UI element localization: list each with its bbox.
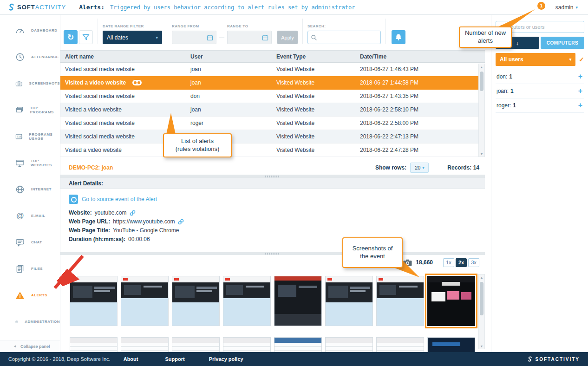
check-icon[interactable]: ✓ [579, 56, 584, 63]
selected-computer-label: DEMO-PC2: joan [69, 164, 113, 171]
screenshot-thumbnail[interactable] [70, 276, 118, 326]
callout-new-alerts: Number of new alerts [459, 26, 512, 48]
screenshots-grid [60, 270, 478, 352]
range-from-input[interactable] [172, 31, 216, 44]
link-icon[interactable] [178, 219, 184, 225]
about-link[interactable]: About [124, 356, 138, 362]
sidebar-item-alerts[interactable]: ALERTS [0, 282, 60, 308]
refresh-button[interactable]: ↻ [64, 30, 78, 44]
go-to-source-link[interactable]: Go to source event of the Alert [69, 195, 485, 204]
privacy-policy-link[interactable]: Privacy policy [209, 356, 243, 362]
table-row[interactable]: Visited social media website Visited Web… [60, 130, 478, 144]
screenshot-thumbnail[interactable] [172, 337, 220, 352]
sidebar-item-top-programs[interactable]: TOP PROGRAMS [0, 97, 60, 123]
sidebar-item-files[interactable]: FILES [0, 255, 60, 282]
scrollbar-thumb[interactable] [480, 72, 483, 91]
sidebar-item-screenshots[interactable]: SCREENSHOTS [0, 70, 60, 97]
sidebar-item-top-websites[interactable]: TOP WEBSITES [0, 150, 60, 176]
screenshot-thumbnail[interactable] [376, 276, 424, 326]
table-row[interactable]: Visited social media website roger Visit… [60, 117, 478, 130]
range-from-label: RANGE FROM [172, 24, 216, 28]
column-alert-name[interactable]: Alert name [60, 53, 186, 60]
screenshot-thumbnail[interactable] [325, 337, 373, 352]
screenshot-thumbnail[interactable] [376, 337, 424, 352]
zoom-1x-button[interactable]: 1x [443, 258, 454, 267]
sidebar-item-email[interactable]: @ E-MAIL [0, 203, 60, 229]
table-row-selected[interactable]: Visited a video website joan Visited Web… [60, 76, 478, 90]
table-scrollbar[interactable]: ▲ ▼ [478, 64, 485, 157]
screenshot-thumbnail[interactable] [223, 276, 271, 326]
support-link[interactable]: Support [165, 356, 184, 362]
screenshot-thumbnail[interactable] [70, 337, 118, 352]
screenshot-thumbnail[interactable] [121, 276, 169, 326]
sidebar-item-programs-usage[interactable]: 0101 PROGRAMS USAGE [0, 123, 60, 150]
range-to-input[interactable] [227, 31, 272, 44]
table-row[interactable]: Visited social media website joan Visite… [60, 63, 478, 76]
plus-icon[interactable]: + [578, 101, 582, 110]
screenshots-scrollbar[interactable]: ▲ ▼ [478, 274, 485, 349]
sidebar-item-chat[interactable]: CHAT [0, 229, 60, 255]
column-datetime[interactable]: Date/Time [355, 53, 485, 60]
screenshot-thumbnail[interactable] [223, 337, 271, 352]
alerts-config-button[interactable] [392, 30, 405, 44]
screenshots-count: 18,660 [416, 259, 433, 266]
plus-icon[interactable]: + [578, 87, 582, 95]
sidebar-item-administration[interactable]: ADMINISTRATION [0, 308, 60, 335]
range-to-label: RANGE TO [227, 24, 272, 28]
computers-button[interactable]: COMPUTERS [541, 37, 584, 49]
search-input[interactable] [307, 31, 381, 44]
users-list: don:1 + joan:1 + roger:1 + [496, 70, 584, 113]
collapse-arrow-icon: ◄ [13, 344, 17, 348]
field-value: YouTube - Google Chrome [113, 227, 179, 234]
screenshot-thumbnail-highlighted[interactable] [427, 276, 475, 326]
table-row[interactable]: Visited social media website don Visited… [60, 90, 478, 103]
date-range-select[interactable]: All dates ▾ [103, 31, 162, 44]
collapse-panel-button[interactable]: ◄ Collapse panel [0, 340, 60, 352]
apply-button[interactable]: Apply [277, 31, 298, 44]
rows-per-page-select[interactable]: 20 ▾ [410, 163, 429, 173]
sidebar-item-dashboard[interactable]: DASHBOARD [0, 17, 60, 44]
zoom-3x-button[interactable]: 3x [468, 258, 479, 267]
list-item-user[interactable]: joan:1 + [496, 84, 584, 98]
list-item-user[interactable]: roger:1 + [496, 98, 584, 113]
scrollbar-thumb[interactable] [480, 282, 483, 315]
logo-s-icon [526, 356, 533, 363]
screenshot-thumbnail[interactable] [172, 276, 220, 326]
toolbar-divider [98, 19, 98, 44]
screenshot-thumbnail[interactable] [427, 337, 475, 352]
link-icon[interactable] [130, 210, 136, 216]
sidebar-item-attendance[interactable]: ATTENDANCE [0, 44, 60, 70]
screenshot-thumbnail[interactable] [274, 276, 322, 326]
column-event-type[interactable]: Event Type [272, 53, 355, 60]
filter-button[interactable] [79, 30, 93, 44]
plus-icon[interactable]: + [578, 72, 582, 81]
all-users-dropdown[interactable]: All users ▾ [496, 53, 575, 66]
field-label: Web Page URL: [69, 218, 110, 225]
globe-icon [15, 184, 25, 195]
logo-text: SOFTACTIVITY [17, 4, 66, 11]
user-menu[interactable]: sadmin ▾ [555, 0, 578, 15]
view-icon[interactable] [132, 80, 142, 85]
scroll-down-icon[interactable]: ▼ [479, 151, 484, 157]
chevron-down-icon: ▾ [569, 57, 572, 62]
sidebar-item-internet[interactable]: INTERNET [0, 176, 60, 203]
refresh-icon: ↻ [67, 33, 74, 42]
records-count: Records: 14 [447, 164, 479, 171]
svg-text:0101: 0101 [17, 135, 22, 138]
column-user[interactable]: User [186, 53, 272, 60]
scroll-down-icon[interactable]: ▼ [479, 343, 484, 349]
table-row[interactable]: Visited a video website joan Visited Web… [60, 103, 478, 117]
scroll-up-icon[interactable]: ▲ [479, 64, 484, 70]
list-item-user[interactable]: don:1 + [496, 70, 584, 84]
table-row[interactable]: Visited a video website Visited Website … [60, 144, 478, 157]
zoom-2x-button[interactable]: 2x [456, 258, 467, 267]
new-alerts-badge[interactable]: 1 [537, 2, 545, 10]
page-description: Triggered by users behavior according to… [110, 4, 355, 11]
date-range-filter-label: DATE RANGE FILTER [103, 24, 162, 28]
chat-bubble-icon [15, 237, 25, 248]
screenshot-thumbnail[interactable] [274, 337, 322, 352]
chevron-down-icon: ▾ [422, 166, 424, 170]
screenshot-thumbnail[interactable] [121, 337, 169, 352]
screenshot-thumbnail[interactable] [325, 276, 373, 326]
scroll-up-icon[interactable]: ▲ [479, 274, 484, 280]
